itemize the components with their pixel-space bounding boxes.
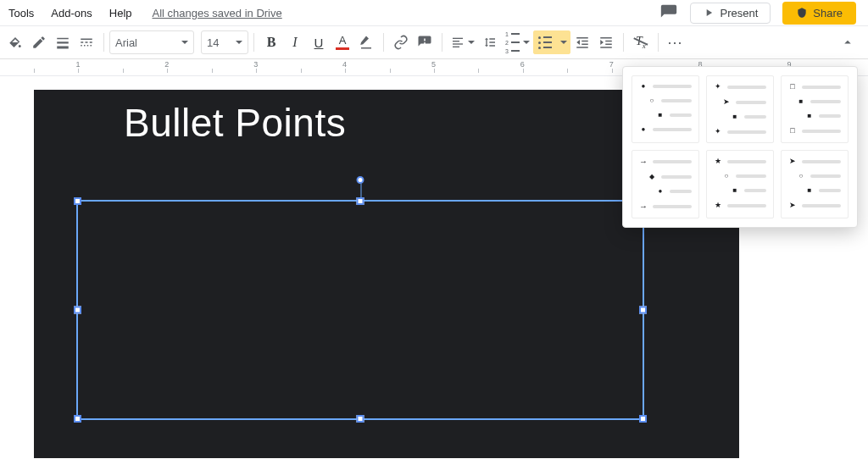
rotate-handle[interactable] (357, 176, 364, 184)
clear-formatting-icon: Tx (636, 35, 646, 50)
resize-handle-tc[interactable] (357, 197, 364, 205)
numbered-list-menu[interactable]: 1 2 3 (502, 30, 533, 54)
circ-bullet-icon (648, 97, 656, 104)
resize-handle-mr[interactable] (639, 307, 647, 314)
svg-rect-17 (581, 44, 588, 46)
resize-handle-bl[interactable] (74, 415, 81, 423)
increase-indent-button[interactable] (594, 30, 618, 54)
4dia-bullet-icon (714, 83, 722, 91)
bulleted-list-menu[interactable] (557, 30, 570, 54)
circ-bullet-icon (797, 173, 805, 180)
squareF-bullet-icon (797, 98, 805, 105)
bullet-style-option-4dia-arrow2-4dia[interactable] (706, 75, 774, 143)
menubar-right: Present Share (659, 2, 865, 25)
bullet-style-option-disc-circ-square[interactable] (632, 75, 699, 143)
squareF-bullet-icon (731, 187, 739, 194)
toolbar-separator (658, 33, 659, 52)
4dia-bullet-icon (714, 128, 722, 135)
slide-title-text: Bullet Points (124, 100, 346, 146)
border-dash-button[interactable] (75, 30, 98, 54)
resize-handle-br[interactable] (639, 415, 647, 423)
svg-rect-10 (91, 45, 92, 47)
svg-rect-18 (576, 47, 588, 48)
menu-tools[interactable]: Tools (0, 0, 42, 25)
ruler-tick: 6 (523, 59, 567, 75)
arrow2-bullet-icon (722, 98, 731, 106)
arrow2-bullet-icon (788, 202, 797, 209)
present-button[interactable]: Present (690, 3, 771, 24)
toolbar-separator (442, 33, 442, 52)
line-spacing-menu[interactable] (478, 30, 502, 54)
menu-help[interactable]: Help (101, 0, 141, 25)
align-menu[interactable] (448, 30, 478, 54)
ruler-tick: 5 (434, 59, 478, 75)
svg-rect-2 (57, 47, 69, 49)
font-size-select[interactable]: 14 (201, 30, 248, 54)
border-weight-button[interactable] (51, 30, 75, 54)
bullet-style-option-arrow2-circ-squareF[interactable] (781, 150, 849, 218)
svg-rect-12 (453, 41, 459, 41)
arrow-bullet-icon (639, 202, 648, 211)
squareF-bullet-icon (656, 112, 665, 119)
ruler-tick (123, 59, 167, 75)
svg-rect-9 (87, 45, 89, 47)
text-color-icon: A (336, 35, 349, 50)
bullet-style-option-star-circ-squareF[interactable] (706, 150, 774, 218)
italic-button[interactable]: I (283, 30, 307, 54)
resize-handle-tl[interactable] (74, 197, 81, 205)
underline-button[interactable]: U (307, 30, 331, 54)
ruler-tick (212, 59, 256, 75)
decrease-indent-button[interactable] (570, 30, 594, 54)
menu-addons[interactable]: Add-ons (42, 0, 100, 25)
svg-rect-13 (453, 43, 463, 44)
text-box-selection[interactable] (76, 200, 644, 420)
save-status[interactable]: All changes saved in Drive (153, 7, 282, 19)
bold-icon: B (267, 35, 276, 50)
resize-handle-bc[interactable] (357, 415, 364, 423)
svg-rect-15 (576, 37, 588, 39)
bold-button[interactable]: B (259, 30, 283, 54)
ruler-tick: 3 (256, 59, 300, 75)
svg-rect-11 (453, 38, 463, 39)
svg-rect-19 (600, 37, 612, 39)
star-bullet-icon (714, 202, 722, 209)
highlight-color-button[interactable] (354, 30, 378, 54)
clear-formatting-button[interactable]: Tx (629, 30, 653, 54)
toolbar-separator (383, 33, 384, 52)
disc-bullet-icon (656, 188, 665, 195)
collapse-toolbar-button[interactable] (836, 30, 860, 54)
bullet-style-option-squareO-squareF[interactable] (781, 75, 849, 143)
insert-comment-button[interactable] (413, 30, 437, 54)
toolbar-separator (623, 33, 624, 52)
bulleted-list-button[interactable] (533, 30, 557, 54)
bullet-style-option-arrow-dia-disc[interactable] (632, 150, 699, 218)
font-select[interactable]: Arial (109, 30, 194, 54)
chevron-down-icon (181, 41, 188, 44)
share-button[interactable]: Share (782, 2, 856, 25)
ruler-tick (567, 59, 611, 75)
ruler-tick (34, 59, 78, 75)
menubar: Tools Add-ons Help All changes saved in … (0, 0, 868, 25)
ruler-tick: 1 (78, 59, 122, 75)
italic-icon: I (292, 35, 297, 50)
svg-rect-21 (605, 44, 612, 46)
squareO-bullet-icon (788, 127, 797, 135)
chevron-down-icon (560, 41, 567, 44)
more-button[interactable]: ⋯ (664, 30, 687, 54)
squareF-bullet-icon (731, 113, 739, 120)
resize-handle-ml[interactable] (74, 307, 81, 314)
text-color-button[interactable]: A (331, 30, 354, 54)
svg-rect-16 (581, 41, 588, 42)
toolbar: Arial 14 B I U A (0, 25, 868, 59)
dia-bullet-icon (648, 174, 656, 180)
border-color-button[interactable] (27, 30, 51, 54)
star-bullet-icon (714, 158, 722, 165)
font-select-value: Arial (115, 36, 137, 49)
comments-icon[interactable] (659, 3, 678, 22)
fill-color-button[interactable] (3, 30, 27, 54)
ruler-tick (390, 59, 434, 75)
insert-link-button[interactable] (389, 30, 413, 54)
bulleted-list-icon (538, 36, 552, 49)
svg-rect-22 (600, 47, 612, 48)
chevron-down-icon (236, 41, 242, 44)
